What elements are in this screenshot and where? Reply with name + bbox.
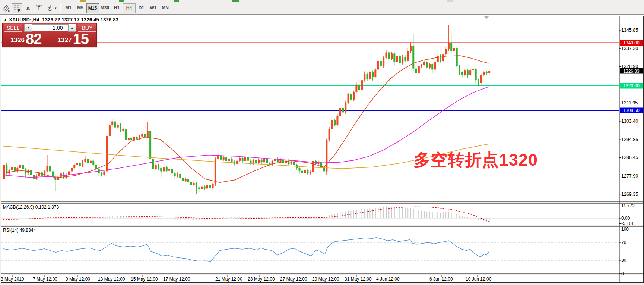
timeframe-button-h1[interactable]: H1 [111, 3, 123, 12]
chevron-down-icon[interactable]: ▾ [55, 6, 57, 10]
chart-annotation-text: 多空转折点1320 [413, 149, 538, 171]
price-level-badge: 1320.00 [620, 83, 643, 88]
time-axis-label: 17 May 12:00 [163, 276, 190, 282]
time-axis-label: 15 May 12:00 [131, 276, 158, 282]
price-tick-label: 1286.45 [621, 155, 638, 160]
toolbar: E F A T ▾ M1M5M15M30H1H4D1W1MN [1, 3, 171, 13]
rsi-axis-label: 30 [621, 258, 626, 263]
time-axis-label: 9 May 12:00 [66, 276, 90, 282]
text-box-icon[interactable]: T [34, 4, 44, 13]
timeframe-button-m1[interactable]: M1 [63, 3, 74, 12]
price-tick-label: 1345.85 [621, 28, 638, 33]
price-tick-label: 1269.35 [621, 192, 638, 197]
timeframe-button-w1[interactable]: W1 [147, 3, 159, 12]
time-axis-label: 7 May 12:00 [33, 276, 57, 282]
rsi-axis-label: 0 [621, 271, 624, 276]
macd-axis-label: 11.772 [621, 203, 635, 209]
price-level-badge: 1326.83 [620, 68, 643, 74]
timeframe-button-m15[interactable]: M15 [86, 3, 99, 13]
toolbar-separator [60, 4, 61, 12]
chart-window[interactable] [1, 16, 644, 283]
price-tick-label: 1337.30 [621, 46, 638, 51]
ohlc-readout: 1326.72 1327.17 1326.45 1326.83 [42, 17, 118, 22]
bid-price[interactable]: 1326 82 [3, 32, 50, 47]
time-axis-label: 23 May 12:00 [248, 276, 275, 282]
macd-label: MACD(12,26,9) 0.102 1.373 [3, 204, 59, 210]
collapse-arrow-icon[interactable]: ▲ [4, 18, 7, 22]
timeframe-button-h4[interactable]: H4 [123, 3, 136, 13]
timeframe-buttons: M1M5M15M30H1H4D1W1MN [63, 3, 171, 13]
cropped-icon-fragment [80, 0, 86, 2]
cropped-icon-fragment [447, 0, 453, 2]
macd-axis-label: 0.00 [621, 216, 630, 221]
time-axis-label: 4 Jun 12:00 [376, 276, 400, 282]
equidistant-channel-icon[interactable]: E [1, 4, 11, 13]
time-axis-label: 27 May 12:00 [280, 276, 307, 282]
bid-price-pips: 82 [26, 32, 42, 46]
timeframe-button-mn[interactable]: MN [159, 3, 171, 12]
bid-price-main: 1326 [10, 37, 25, 44]
time-axis-label: 13 May 12:00 [98, 276, 125, 282]
macd-axis-label: -5.101 [621, 221, 634, 226]
price-tick-label: 1303.40 [621, 119, 638, 124]
time-axis-label: 21 May 12:00 [215, 276, 242, 282]
chart-shift-marker-icon[interactable] [484, 16, 489, 19]
pane-splitter-timeaxis [1, 273, 643, 275]
rsi-axis-label: 100 [621, 226, 629, 232]
price-level-badge: 1308.50 [620, 107, 643, 113]
timeframe-button-d1[interactable]: D1 [136, 3, 147, 12]
rsi-axis-label: 70 [621, 240, 626, 245]
time-axis-label: 31 May 12:00 [345, 276, 372, 282]
symbol-period: XAUUSD-,H4 [9, 17, 39, 22]
pane-splitter-rsi[interactable] [1, 225, 643, 227]
ask-price-main: 1327 [58, 37, 72, 44]
fibonacci-retracement-icon[interactable]: F [12, 3, 22, 13]
svg-text:E: E [8, 9, 10, 12]
price-tick-label: 1311.95 [621, 100, 638, 106]
one-click-trading-panel: SELL ▼ ▲ BUY 1326 82 1327 15 [2, 23, 97, 47]
timeframe-button-m5[interactable]: M5 [74, 3, 86, 12]
time-axis-label: 10 Jun 12:00 [466, 276, 491, 282]
cropped-icon-fragment [174, 0, 179, 2]
price-level-badge: 1340.00 [620, 40, 643, 46]
timeframe-button-m30[interactable]: M30 [99, 3, 111, 12]
price-tick-label: 1277.90 [621, 173, 638, 179]
sell-button[interactable]: SELL [4, 24, 22, 32]
rsi-label: RSI(14) 49.8344 [3, 228, 36, 233]
text-label-icon[interactable]: A [23, 4, 33, 13]
time-axis-label: 6 Jun 12:00 [429, 276, 453, 282]
pane-splitter-macd[interactable] [1, 201, 643, 204]
price-tick-label: 1294.85 [621, 137, 638, 142]
arrows-icon[interactable] [45, 4, 55, 13]
cropped-icon-fragment [232, 0, 239, 2]
cropped-toolbar-row [0, 0, 644, 3]
ask-price-pips: 15 [73, 32, 89, 46]
time-axis-label: 3 May 2019 [1, 276, 24, 282]
ask-price[interactable]: 1327 15 [50, 32, 97, 47]
time-axis-label: 29 May 12:00 [312, 276, 339, 282]
svg-text:F: F [18, 9, 20, 12]
cropped-icon-fragment [119, 0, 124, 2]
chart-title: ▲XAUUSD-,H4 1326.72 1327.17 1326.45 1326… [4, 17, 118, 22]
